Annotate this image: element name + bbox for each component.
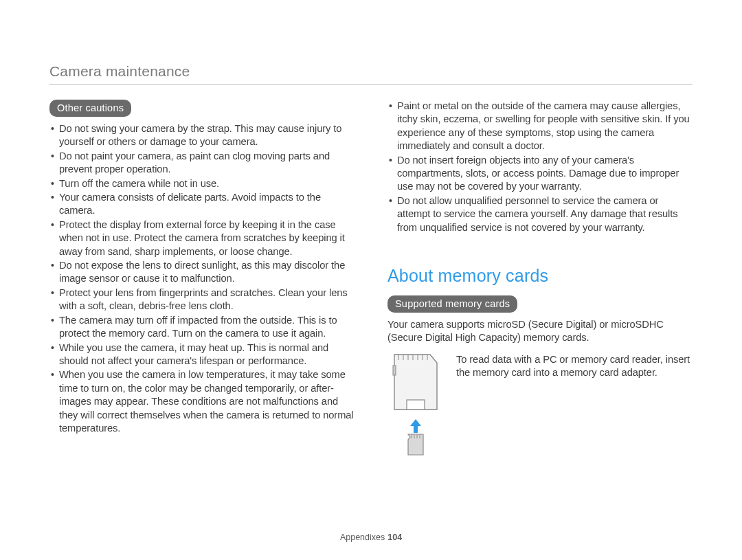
right-column: Paint or metal on the outside of the cam…: [387, 100, 693, 459]
adapter-instruction-text: To read data with a PC or memory card re…: [456, 353, 693, 380]
supported-memory-cards-badge: Supported memory cards: [387, 295, 517, 313]
about-memory-cards-heading: About memory cards: [387, 266, 693, 286]
svg-rect-8: [407, 400, 425, 410]
left-column: Other cautions Do not swing your camera …: [49, 100, 355, 459]
other-cautions-list: Do not swing your camera by the strap. T…: [49, 122, 355, 435]
list-item: Paint or metal on the outside of the cam…: [387, 100, 693, 153]
list-item: The camera may turn off if impacted from…: [49, 314, 355, 341]
list-item: When you use the camera in low temperatu…: [49, 368, 355, 435]
sd-adapter-icon: [387, 353, 444, 456]
adapter-row: To read data with a PC or memory card re…: [387, 353, 693, 459]
title-rule: [49, 84, 693, 85]
svg-rect-7: [393, 366, 396, 375]
list-item: Turn off the camera while not in use.: [49, 177, 355, 190]
cautions-continued-list: Paint or metal on the outside of the cam…: [387, 100, 693, 234]
other-cautions-badge: Other cautions: [49, 100, 131, 117]
page-footer: Appendixes104: [0, 533, 742, 542]
list-item: Your camera consists of delicate parts. …: [49, 191, 355, 218]
micro-sd-icon: [408, 434, 423, 455]
list-item: Do not paint your camera, as paint can c…: [49, 150, 355, 177]
list-item: Do not allow unqualified personnel to se…: [387, 194, 693, 234]
page-title: Camera maintenance: [49, 63, 693, 80]
page-number: 104: [387, 533, 402, 542]
list-item: Protect your lens from fingerprints and …: [49, 287, 355, 313]
sd-adapter-illustration: [387, 353, 444, 459]
list-item: Do not swing your camera by the strap. T…: [49, 122, 355, 149]
supported-memory-cards-text: Your camera supports microSD (Secure Dig…: [387, 318, 693, 345]
list-item: Do not expose the lens to direct sunligh…: [49, 259, 355, 286]
arrow-up-icon: [410, 419, 421, 433]
two-column-layout: Other cautions Do not swing your camera …: [49, 100, 693, 459]
list-item: Do not insert foreign objects into any o…: [387, 154, 693, 194]
list-item: While you use the camera, it may heat up…: [49, 341, 355, 368]
footer-section: Appendixes: [340, 533, 385, 542]
manual-page: Camera maintenance Other cautions Do not…: [0, 0, 742, 560]
list-item: Protect the display from external force …: [49, 219, 355, 258]
